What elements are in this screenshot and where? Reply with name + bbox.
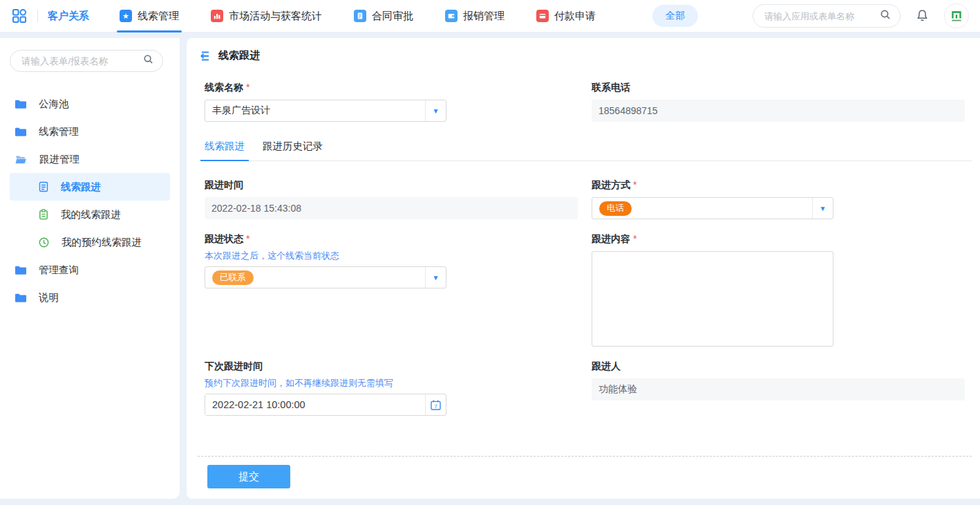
sidebar-item-label: 我的预约线索跟进 xyxy=(62,236,142,249)
next-follow-time-input-group: 7 xyxy=(205,394,446,416)
all-apps-button[interactable]: 全部 xyxy=(652,5,698,27)
sidebar-item-lead-management[interactable]: 线索管理 xyxy=(10,118,170,145)
folder-open-icon xyxy=(15,155,27,164)
app-tab-lead-management[interactable]: ★ 线索管理 xyxy=(120,0,179,33)
topbar-right xyxy=(753,3,969,28)
folder-icon xyxy=(15,266,26,275)
svg-text:7: 7 xyxy=(434,403,437,409)
main-panel: 线索跟进 线索名称* 丰泉广告设计 ▼ 联系电话 18564898715 xyxy=(187,38,980,499)
field-label: 联系电话 xyxy=(592,82,965,94)
company-logo-avatar[interactable] xyxy=(944,3,969,28)
search-icon[interactable] xyxy=(880,9,892,24)
page-body: 公海池 线索管理 跟进管理 线索跟进 xyxy=(0,38,980,499)
tab-followup-history[interactable]: 跟进历史记录 xyxy=(263,140,323,160)
field-next-follow-time: 下次跟进时间 预约下次跟进时间，如不再继续跟进则无需填写 7 xyxy=(205,360,578,416)
sidebar-item-label: 跟进管理 xyxy=(39,153,79,166)
field-follow-method: 跟进方式* 电话 ▼ xyxy=(592,179,965,219)
sidebar-item-label: 说明 xyxy=(39,291,59,304)
sidebar-item-public-pool[interactable]: 公海池 xyxy=(10,90,170,118)
sidebar-item-label: 线索跟进 xyxy=(61,181,101,194)
app-tab-label: 报销管理 xyxy=(463,10,505,23)
sidebar-item-followup-management[interactable]: 跟进管理 xyxy=(10,145,170,173)
app-tab-label: 市场活动与获客统计 xyxy=(229,10,322,23)
document-icon xyxy=(39,181,48,192)
footer-divider xyxy=(198,456,972,457)
topbar-search[interactable] xyxy=(753,4,901,28)
tab-lead-followup[interactable]: 线索跟进 xyxy=(205,140,245,160)
chart-app-icon xyxy=(211,10,223,22)
collapse-sidebar-icon[interactable] xyxy=(198,50,210,62)
app-tab-label: 合同审批 xyxy=(372,10,413,23)
apps-grid-icon[interactable] xyxy=(11,8,28,24)
next-follow-time-hint: 预约下次跟进时间，如不再继续跟进则无需填写 xyxy=(205,377,578,389)
field-follow-content: 跟进内容* xyxy=(592,233,965,347)
chevron-down-icon[interactable]: ▼ xyxy=(812,198,833,219)
field-follow-time: 跟进时间 2022-02-18 15:43:08 xyxy=(205,179,578,219)
topbar-search-input[interactable] xyxy=(764,11,880,21)
topbar-divider xyxy=(37,10,38,22)
sidebar-item-label: 线索管理 xyxy=(39,125,79,138)
field-label: 跟进状态* xyxy=(205,233,578,246)
app-tab-payment-request[interactable]: 付款申请 xyxy=(536,0,596,33)
follow-time-readonly-value: 2022-02-18 15:43:08 xyxy=(205,197,578,219)
app-tab-reimbursement[interactable]: 报销管理 xyxy=(445,0,505,33)
sidebar-item-lead-followup[interactable]: 线索跟进 xyxy=(10,173,170,201)
clock-icon xyxy=(39,237,49,248)
follow-status-tag: 已联系 xyxy=(212,270,254,285)
search-icon[interactable] xyxy=(143,54,154,68)
sidebar-item-label: 公海池 xyxy=(39,98,69,111)
field-label: 跟进内容* xyxy=(592,233,965,246)
wallet-app-icon xyxy=(445,10,458,22)
folder-icon xyxy=(15,127,26,136)
field-label: 下次跟进时间 xyxy=(205,360,578,373)
star-app-icon: ★ xyxy=(120,10,132,22)
sidebar-item-my-scheduled-followup[interactable]: 我的预约线索跟进 xyxy=(10,228,170,256)
field-label: 跟进时间 xyxy=(205,179,578,192)
clipboard-icon xyxy=(39,209,48,220)
follow-content-textarea[interactable] xyxy=(592,251,833,347)
sidebar-item-my-lead-followup[interactable]: 我的线索跟进 xyxy=(10,201,170,228)
chevron-down-icon[interactable]: ▼ xyxy=(425,267,446,288)
sidebar: 公海池 线索管理 跟进管理 线索跟进 xyxy=(0,38,180,499)
field-follow-status: 跟进状态* 本次跟进之后，这个线索当前状态 已联系 ▼ xyxy=(205,233,578,347)
document-app-icon xyxy=(354,10,366,22)
lead-name-value: 丰泉广告设计 xyxy=(205,104,425,117)
field-label: 线索名称* xyxy=(205,82,578,94)
field-follower: 跟进人 功能体验 xyxy=(592,360,965,416)
sidebar-search-input[interactable] xyxy=(21,56,143,66)
next-follow-time-input[interactable] xyxy=(205,394,425,415)
card-app-icon xyxy=(536,10,549,22)
bell-icon[interactable] xyxy=(916,9,929,23)
app-tabs: ★ 线索管理 市场活动与获客统计 合同审批 报销管理 xyxy=(120,0,628,33)
calendar-icon[interactable]: 7 xyxy=(425,394,446,415)
follower-readonly-value: 功能体验 xyxy=(592,378,965,401)
follow-method-select[interactable]: 电话 ▼ xyxy=(592,197,833,219)
follow-status-select[interactable]: 已联系 ▼ xyxy=(205,266,446,288)
sidebar-item-label: 管理查询 xyxy=(39,264,79,277)
app-tab-label: 线索管理 xyxy=(138,10,179,23)
page-title: 线索跟进 xyxy=(218,49,260,62)
sidebar-item-description[interactable]: 说明 xyxy=(10,284,170,311)
field-label: 跟进人 xyxy=(592,360,965,373)
app-tab-marketing-stats[interactable]: 市场活动与获客统计 xyxy=(211,0,322,33)
phone-readonly-value: 18564898715 xyxy=(592,100,965,122)
field-lead-name: 线索名称* 丰泉广告设计 ▼ xyxy=(205,82,578,122)
brand-title: 客户关系 xyxy=(48,10,89,23)
follow-method-tag: 电话 xyxy=(599,201,632,216)
sidebar-item-label: 我的线索跟进 xyxy=(61,208,121,221)
follow-status-hint: 本次跟进之后，这个线索当前状态 xyxy=(205,250,578,262)
app-tab-label: 付款申请 xyxy=(554,10,596,23)
form-tabs: 线索跟进 跟进历史记录 xyxy=(205,140,972,161)
chevron-down-icon[interactable]: ▼ xyxy=(425,100,446,121)
field-phone: 联系电话 18564898715 xyxy=(592,82,965,122)
lead-name-select[interactable]: 丰泉广告设计 ▼ xyxy=(205,100,446,122)
folder-icon xyxy=(15,293,26,302)
sidebar-search[interactable] xyxy=(10,50,163,72)
submit-button[interactable]: 提交 xyxy=(207,465,290,488)
app-tab-contract-approval[interactable]: 合同审批 xyxy=(354,0,413,33)
sidebar-item-management-query[interactable]: 管理查询 xyxy=(10,256,170,284)
field-label: 跟进方式* xyxy=(592,179,965,192)
folder-icon xyxy=(15,100,26,109)
topbar: 客户关系 ★ 线索管理 市场活动与获客统计 合同审批 报销管理 xyxy=(0,0,980,33)
